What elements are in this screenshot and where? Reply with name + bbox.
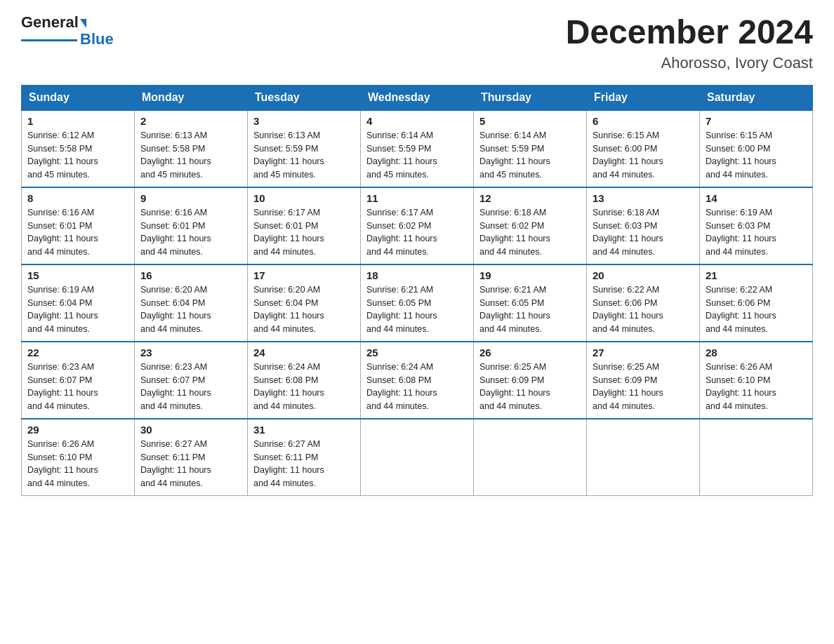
calendar-cell: 4 Sunrise: 6:14 AMSunset: 5:59 PMDayligh…: [361, 110, 474, 187]
day-number: 24: [253, 347, 355, 358]
day-info: Sunrise: 6:23 AMSunset: 6:07 PMDaylight:…: [27, 361, 128, 413]
calendar-cell: 5 Sunrise: 6:14 AMSunset: 5:59 PMDayligh…: [474, 110, 587, 187]
day-info: Sunrise: 6:16 AMSunset: 6:01 PMDaylight:…: [140, 206, 241, 259]
calendar-cell: 19 Sunrise: 6:21 AMSunset: 6:05 PMDaylig…: [474, 264, 587, 342]
day-info: Sunrise: 6:26 AMSunset: 6:10 PMDaylight:…: [27, 438, 128, 490]
day-number: 27: [593, 347, 694, 358]
calendar-cell: 27 Sunrise: 6:25 AMSunset: 6:09 PMDaylig…: [587, 342, 700, 419]
day-info: Sunrise: 6:12 AMSunset: 5:58 PMDaylight:…: [27, 129, 128, 182]
calendar-cell: [700, 419, 813, 496]
day-info: Sunrise: 6:14 AMSunset: 5:59 PMDaylight:…: [366, 129, 468, 182]
day-number: 4: [366, 115, 468, 127]
day-info: Sunrise: 6:20 AMSunset: 6:04 PMDaylight:…: [140, 283, 241, 336]
calendar-cell: 24 Sunrise: 6:24 AMSunset: 6:08 PMDaylig…: [248, 342, 361, 419]
day-number: 13: [593, 192, 694, 204]
day-number: 1: [27, 115, 128, 127]
day-info: Sunrise: 6:19 AMSunset: 6:04 PMDaylight:…: [27, 283, 128, 336]
day-info: Sunrise: 6:21 AMSunset: 6:05 PMDaylight:…: [479, 283, 581, 336]
column-header-friday: Friday: [587, 85, 700, 110]
day-number: 18: [366, 269, 468, 281]
day-number: 2: [140, 115, 241, 127]
calendar-cell: 14 Sunrise: 6:19 AMSunset: 6:03 PMDaylig…: [700, 187, 813, 264]
day-info: Sunrise: 6:22 AMSunset: 6:06 PMDaylight:…: [593, 283, 694, 336]
calendar-cell: 20 Sunrise: 6:22 AMSunset: 6:06 PMDaylig…: [587, 264, 700, 342]
day-info: Sunrise: 6:23 AMSunset: 6:07 PMDaylight:…: [140, 361, 241, 413]
day-number: 20: [593, 269, 694, 281]
day-number: 6: [593, 115, 694, 127]
calendar-cell: 11 Sunrise: 6:17 AMSunset: 6:02 PMDaylig…: [361, 187, 474, 264]
calendar-cell: 30 Sunrise: 6:27 AMSunset: 6:11 PMDaylig…: [135, 419, 248, 496]
day-info: Sunrise: 6:17 AMSunset: 6:02 PMDaylight:…: [366, 206, 468, 259]
day-number: 11: [366, 192, 468, 204]
calendar-cell: 29 Sunrise: 6:26 AMSunset: 6:10 PMDaylig…: [22, 419, 135, 496]
calendar-cell: 12 Sunrise: 6:18 AMSunset: 6:02 PMDaylig…: [474, 187, 587, 264]
day-number: 23: [140, 347, 241, 358]
calendar-cell: 28 Sunrise: 6:26 AMSunset: 6:10 PMDaylig…: [700, 342, 813, 419]
calendar-cell: [474, 419, 587, 496]
day-number: 25: [366, 347, 468, 358]
day-number: 31: [253, 424, 355, 436]
column-header-tuesday: Tuesday: [248, 85, 361, 110]
title-block: December 2024 Ahorosso, Ivory Coast: [566, 14, 813, 72]
logo-text: General: [21, 14, 86, 31]
day-info: Sunrise: 6:14 AMSunset: 5:59 PMDaylight:…: [479, 129, 581, 182]
day-number: 16: [140, 269, 241, 281]
calendar-cell: 22 Sunrise: 6:23 AMSunset: 6:07 PMDaylig…: [22, 342, 135, 419]
calendar-cell: 8 Sunrise: 6:16 AMSunset: 6:01 PMDayligh…: [22, 187, 135, 264]
day-number: 5: [479, 115, 581, 127]
day-number: 17: [253, 269, 355, 281]
day-number: 12: [479, 192, 581, 204]
day-info: Sunrise: 6:21 AMSunset: 6:05 PMDaylight:…: [366, 283, 468, 336]
day-number: 14: [706, 192, 807, 204]
calendar-cell: 3 Sunrise: 6:13 AMSunset: 5:59 PMDayligh…: [248, 110, 361, 187]
day-info: Sunrise: 6:13 AMSunset: 5:59 PMDaylight:…: [253, 129, 355, 182]
day-number: 28: [706, 347, 807, 358]
column-header-thursday: Thursday: [474, 85, 587, 110]
calendar-cell: 16 Sunrise: 6:20 AMSunset: 6:04 PMDaylig…: [135, 264, 248, 342]
calendar-cell: 1 Sunrise: 6:12 AMSunset: 5:58 PMDayligh…: [22, 110, 135, 187]
column-header-sunday: Sunday: [22, 85, 135, 110]
day-number: 19: [479, 269, 581, 281]
logo: General Blue: [21, 14, 114, 48]
day-number: 3: [253, 115, 355, 127]
day-info: Sunrise: 6:22 AMSunset: 6:06 PMDaylight:…: [706, 283, 807, 336]
day-info: Sunrise: 6:13 AMSunset: 5:58 PMDaylight:…: [140, 129, 241, 182]
calendar-cell: 26 Sunrise: 6:25 AMSunset: 6:09 PMDaylig…: [474, 342, 587, 419]
calendar-cell: 9 Sunrise: 6:16 AMSunset: 6:01 PMDayligh…: [135, 187, 248, 264]
day-number: 29: [27, 424, 128, 436]
day-number: 7: [706, 115, 807, 127]
calendar-cell: 6 Sunrise: 6:15 AMSunset: 6:00 PMDayligh…: [587, 110, 700, 187]
day-info: Sunrise: 6:26 AMSunset: 6:10 PMDaylight:…: [706, 361, 807, 413]
day-info: Sunrise: 6:25 AMSunset: 6:09 PMDaylight:…: [593, 361, 694, 413]
day-info: Sunrise: 6:15 AMSunset: 6:00 PMDaylight:…: [593, 129, 694, 182]
day-number: 21: [706, 269, 807, 281]
day-info: Sunrise: 6:25 AMSunset: 6:09 PMDaylight:…: [479, 361, 581, 413]
day-number: 10: [253, 192, 355, 204]
calendar-week-row: 8 Sunrise: 6:16 AMSunset: 6:01 PMDayligh…: [22, 187, 813, 264]
calendar-cell: [361, 419, 474, 496]
calendar-cell: 18 Sunrise: 6:21 AMSunset: 6:05 PMDaylig…: [361, 264, 474, 342]
logo-blue-text: Blue: [80, 31, 114, 48]
day-info: Sunrise: 6:24 AMSunset: 6:08 PMDaylight:…: [253, 361, 355, 413]
day-info: Sunrise: 6:16 AMSunset: 6:01 PMDaylight:…: [27, 206, 128, 259]
calendar-cell: [587, 419, 700, 496]
day-number: 9: [140, 192, 241, 204]
calendar-table: SundayMondayTuesdayWednesdayThursdayFrid…: [21, 85, 813, 497]
column-header-wednesday: Wednesday: [361, 85, 474, 110]
page-header: General Blue December 2024 Ahorosso, Ivo…: [21, 14, 813, 72]
day-info: Sunrise: 6:27 AMSunset: 6:11 PMDaylight:…: [253, 438, 355, 490]
day-info: Sunrise: 6:18 AMSunset: 6:02 PMDaylight:…: [479, 206, 581, 259]
column-header-monday: Monday: [135, 85, 248, 110]
day-info: Sunrise: 6:27 AMSunset: 6:11 PMDaylight:…: [140, 438, 241, 490]
calendar-cell: 23 Sunrise: 6:23 AMSunset: 6:07 PMDaylig…: [135, 342, 248, 419]
month-title: December 2024: [566, 14, 813, 51]
calendar-cell: 13 Sunrise: 6:18 AMSunset: 6:03 PMDaylig…: [587, 187, 700, 264]
day-info: Sunrise: 6:24 AMSunset: 6:08 PMDaylight:…: [366, 361, 468, 413]
calendar-cell: 21 Sunrise: 6:22 AMSunset: 6:06 PMDaylig…: [700, 264, 813, 342]
calendar-week-row: 29 Sunrise: 6:26 AMSunset: 6:10 PMDaylig…: [22, 419, 813, 496]
day-number: 30: [140, 424, 241, 436]
calendar-week-row: 1 Sunrise: 6:12 AMSunset: 5:58 PMDayligh…: [22, 110, 813, 187]
calendar-cell: 2 Sunrise: 6:13 AMSunset: 5:58 PMDayligh…: [135, 110, 248, 187]
logo-underline: [21, 39, 77, 41]
day-info: Sunrise: 6:20 AMSunset: 6:04 PMDaylight:…: [253, 283, 355, 336]
